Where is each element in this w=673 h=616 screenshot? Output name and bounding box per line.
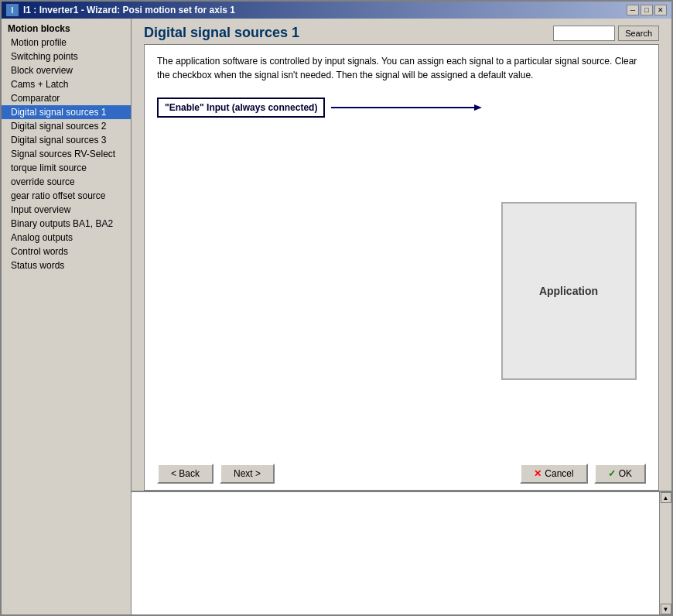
sidebar-item-override-source[interactable]: override source — [2, 175, 131, 189]
minimize-button[interactable]: ─ — [627, 5, 639, 15]
sidebar-item-motion-blocks[interactable]: Motion blocks — [2, 22, 131, 36]
main-window: I I1 : Inverter1 - Wizard: Posi motion s… — [0, 0, 673, 616]
title-bar-buttons: ─ □ ✕ — [627, 5, 667, 15]
sidebar-item-digital-signal-1[interactable]: Digital signal sources 1 — [2, 105, 131, 119]
maximize-button[interactable]: □ — [641, 5, 653, 15]
ok-icon: ✓ — [608, 468, 616, 479]
content-area: Digital signal sources 1 Search The appl… — [132, 19, 671, 614]
svg-marker-1 — [474, 104, 482, 111]
sidebar-item-comparator[interactable]: Comparator — [2, 91, 131, 105]
cancel-icon: ✕ — [534, 468, 541, 479]
scroll-bar: ▲ ▼ — [659, 492, 671, 614]
content-panel: The application software is controlled b… — [144, 44, 659, 491]
bottom-bar: < Back Next > ✕ Cancel ✓ OK — [145, 457, 658, 490]
title-bar: I I1 : Inverter1 - Wizard: Posi motion s… — [2, 2, 671, 19]
title-bar-left: I I1 : Inverter1 - Wizard: Posi motion s… — [6, 4, 235, 16]
sidebar-item-gear-ratio[interactable]: gear ratio offset source — [2, 189, 131, 203]
back-button[interactable]: < Back — [157, 464, 214, 484]
application-label: Application — [539, 285, 598, 297]
sidebar-item-binary-outputs[interactable]: Binary outputs BA1, BA2 — [2, 217, 131, 231]
search-area: Search — [553, 26, 659, 41]
sidebar-item-digital-signal-3[interactable]: Digital signal sources 3 — [2, 133, 131, 147]
signals-container: Application — [145, 124, 658, 457]
page-title: Digital signal sources 1 — [144, 25, 299, 41]
application-box: Application — [501, 202, 637, 380]
nav-buttons: < Back Next > — [157, 464, 275, 484]
enable-arrow — [331, 100, 486, 115]
sidebar-item-signal-rv-select[interactable]: Signal sources RV-Select — [2, 147, 131, 161]
sidebar: Motion blocksMotion profileSwitching poi… — [2, 19, 132, 614]
cancel-button[interactable]: ✕ Cancel — [520, 464, 587, 484]
sidebar-item-torque-limit[interactable]: torque limit source — [2, 161, 131, 175]
sidebar-item-status-words[interactable]: Status words — [2, 258, 131, 272]
sidebar-item-input-overview[interactable]: Input overview — [2, 203, 131, 217]
scroll-up[interactable]: ▲ — [661, 492, 671, 503]
right-panel: Application — [491, 124, 646, 457]
enable-label: "Enable" Input (always connected) — [157, 98, 325, 118]
sidebar-item-motion-profile[interactable]: Motion profile — [2, 36, 131, 50]
sidebar-item-cams-latch[interactable]: Cams + Latch — [2, 77, 131, 91]
info-panel: ▲ ▼ — [132, 491, 671, 614]
ok-label: OK — [619, 468, 632, 479]
app-icon: I — [6, 4, 19, 16]
content-header: Digital signal sources 1 Search — [132, 19, 671, 44]
sidebar-item-digital-signal-2[interactable]: Digital signal sources 2 — [2, 119, 131, 133]
description-text: The application software is controlled b… — [145, 45, 658, 91]
info-content — [141, 498, 662, 531]
sidebar-item-control-words[interactable]: Control words — [2, 245, 131, 258]
search-button[interactable]: Search — [618, 26, 659, 41]
sidebar-item-analog-outputs[interactable]: Analog outputs — [2, 231, 131, 245]
main-content: Motion blocksMotion profileSwitching poi… — [2, 19, 671, 614]
signals-list — [157, 124, 491, 457]
ok-button[interactable]: ✓ OK — [594, 464, 646, 484]
next-button[interactable]: Next > — [220, 464, 275, 484]
close-button[interactable]: ✕ — [654, 5, 667, 15]
scroll-down[interactable]: ▼ — [661, 604, 671, 614]
cancel-label: Cancel — [545, 468, 573, 479]
sidebar-item-block-overview[interactable]: Block overview — [2, 63, 131, 77]
search-input[interactable] — [553, 26, 615, 41]
action-buttons: ✕ Cancel ✓ OK — [520, 464, 646, 484]
sidebar-item-switching-points[interactable]: Switching points — [2, 50, 131, 63]
enable-input-row: "Enable" Input (always connected) — [145, 91, 658, 124]
window-title: I1 : Inverter1 - Wizard: Posi motion set… — [23, 5, 235, 15]
